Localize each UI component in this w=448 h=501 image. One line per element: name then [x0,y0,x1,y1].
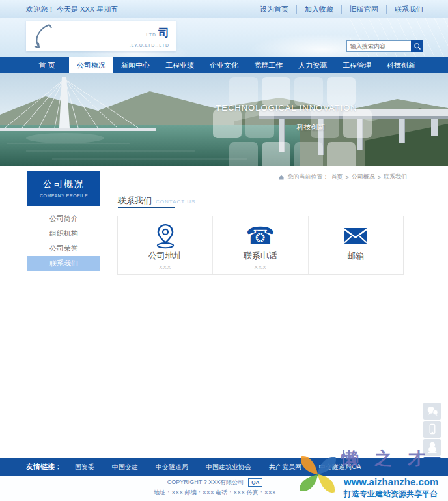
copyright-line: COPYRIGHT ? XXX有限公司QA [0,478,430,487]
nav-item-hr[interactable]: 人力资源 [290,57,335,73]
friend-links-label: 友情链接： [26,462,62,472]
nav-item-management[interactable]: 工程管理 [335,57,379,73]
breadcrumb: 您的当前位置： 首页 > 公司概况 > 联系我们 [278,173,407,181]
nav-item-news[interactable]: 新闻中心 [113,57,158,73]
logo-swoosh-icon [31,23,55,50]
footer-link-tunnel-oa[interactable]: 中交隧道局OA [319,463,361,472]
logo-subtext: -.LY.U.LTD..LTD [127,43,169,48]
footer-links-bar: 友情链接： 国资委 中国交建 中交隧道局 中国建筑业协会 共产党员网 中交隧道局… [0,458,448,476]
wechat-button[interactable] [423,403,441,420]
banner-tile [294,77,323,106]
card-phone[interactable]: ☎ 联系电话 XXX [212,216,307,274]
sidebar-subtitle: COMPANY PROFILE [27,193,100,198]
card-email[interactable]: 邮箱 [308,216,403,274]
mobile-phone-icon [426,423,439,436]
top-link-set-home[interactable]: 设为首页 [252,5,296,14]
page: 欢迎您！ 今天是 XXX 星期五 设为首页 加入收藏 旧版官网 联系我们 ..L… [0,0,448,501]
mobile-button[interactable] [423,421,441,438]
header: ..LTD 司 -.LY.U.LTD..LTD [0,18,448,57]
nav-item-company-profile[interactable]: 公司概况 [69,57,113,73]
logo-text-big: 司 [158,25,169,40]
sidebar-item-contact[interactable]: 联系我们 [27,256,100,271]
sidebar-item-organization[interactable]: 组织机构 [27,226,100,241]
footer-link-tunnel-bureau[interactable]: 中交隧道局 [156,463,188,472]
tab-underline [118,207,175,208]
search-icon [413,42,421,50]
banner-tile [229,77,258,106]
search-input[interactable] [346,40,411,52]
sidebar-header: 公司概况 COMPANY PROFILE [27,171,100,206]
top-link-old-site[interactable]: 旧版官网 [341,5,386,14]
footer-link-cccc[interactable]: 中国交建 [112,463,138,472]
content-divider [114,186,420,186]
breadcrumb-separator: > [345,174,348,180]
card-address[interactable]: 公司地址 XXX [118,216,212,274]
banner-tile [245,109,274,138]
breadcrumb-separator: > [378,174,381,180]
main-nav: 首 页 公司概况 新闻中心 工程业绩 企业文化 党群工作 人力资源 工程管理 科… [0,57,448,73]
banner-tile [213,109,242,138]
sidebar-title: 公司概况 [27,171,100,190]
banner-tile [327,142,356,166]
banner: TECHNOLOGICAL INNOVATION 科技创新 [0,73,448,166]
footer-link-party-member-net[interactable]: 共产党员网 [269,463,301,472]
nav-item-home[interactable]: 首 页 [25,57,69,73]
banner-tile [229,142,258,166]
card-address-value: XXX [118,265,212,270]
nav-item-technology[interactable]: 科技创新 [379,57,423,73]
search-button[interactable] [411,40,423,52]
card-phone-value: XXX [213,265,307,270]
copyright-text: COPYRIGHT ? XXX有限公司 [167,479,244,485]
footer-link-sasac[interactable]: 国资委 [75,463,94,472]
welcome-text: 欢迎您！ 今天是 XXX 星期五 [26,0,118,18]
logo-text-small: ..LTD [142,33,156,37]
qq-icon [426,441,439,454]
contact-info-line: 地址：XXX 邮编：XXX 电话：XXX 传真：XXX [0,489,430,497]
sidebar-menu: 公司简介 组织机构 公司荣誉 联系我们 [27,206,100,283]
top-link-contact[interactable]: 联系我们 [386,5,431,14]
card-phone-title: 联系电话 [213,250,307,262]
sidebar-item-honors[interactable]: 公司荣誉 [27,241,100,256]
nav-item-party[interactable]: 党群工作 [246,57,290,73]
footer-link-construction-assoc[interactable]: 中国建筑业协会 [206,463,251,472]
tab-contact-us-en: CONTACT US [156,199,195,205]
banner-tile [262,142,290,166]
breadcrumb-label: 您的当前位置： [287,173,328,181]
telephone-icon: ☎ [246,224,275,248]
banner-title-cn: 科技创新 [280,122,342,132]
home-icon [278,174,285,180]
top-link-add-favorite[interactable]: 加入收藏 [296,5,341,14]
card-email-value [309,265,403,270]
contact-cards: 公司地址 XXX ☎ 联系电话 XXX 邮箱 [117,216,404,275]
sidebar-item-company-intro[interactable]: 公司简介 [27,211,100,226]
banner-tile [262,77,290,106]
breadcrumb-company-profile[interactable]: 公司概况 [352,173,375,181]
breadcrumb-home[interactable]: 首页 [331,173,343,181]
qa-badge: QA [248,478,262,487]
mail-icon [343,226,369,246]
nav-item-projects[interactable]: 工程业绩 [158,57,202,73]
location-pin-icon [152,223,178,249]
top-links: 设为首页 加入收藏 旧版官网 联系我们 [252,0,431,18]
tab-contact-us[interactable]: 联系我们 [118,195,152,207]
banner-tile [343,109,372,138]
card-email-title: 邮箱 [309,250,403,262]
wechat-icon [426,405,439,417]
banner-title-en: TECHNOLOGICAL INNOVATION [215,103,358,113]
banner-tile [294,142,323,166]
banner-tile [327,77,356,106]
card-address-title: 公司地址 [118,250,212,262]
content-tab-row: 联系我们 CONTACT US [118,195,195,207]
top-bar: 欢迎您！ 今天是 XXX 星期五 设为首页 加入收藏 旧版官网 联系我们 [0,0,448,18]
logo-text: ..LTD 司 -.LY.U.LTD..LTD [127,25,169,48]
breadcrumb-contact[interactable]: 联系我们 [384,173,407,181]
qq-button[interactable] [423,439,441,456]
logo[interactable]: ..LTD 司 -.LY.U.LTD..LTD [26,21,176,51]
search-box [346,40,423,52]
sidebar: 公司概况 COMPANY PROFILE 公司简介 组织机构 公司荣誉 联系我们 [27,171,100,283]
nav-item-culture[interactable]: 企业文化 [202,57,246,73]
